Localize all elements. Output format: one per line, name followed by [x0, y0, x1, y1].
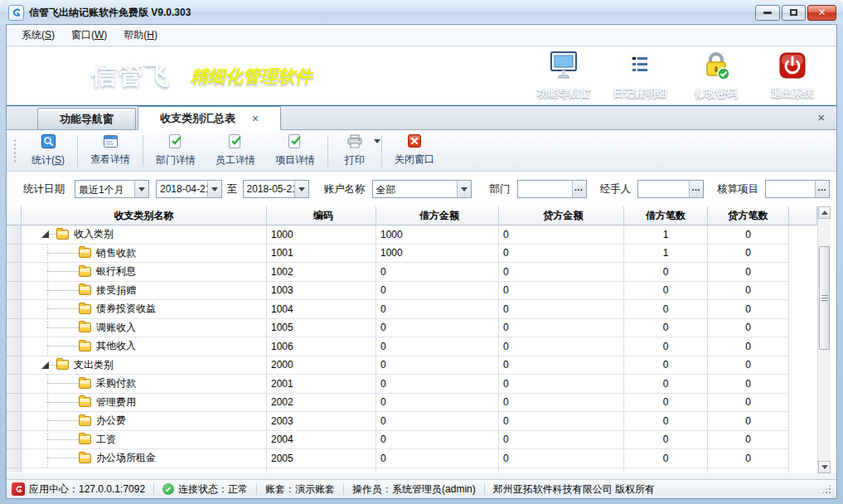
date-from-select[interactable]: 2018-04-21	[156, 180, 222, 198]
journal-detail-button[interactable]: 日记账明细	[606, 51, 674, 101]
print-icon	[347, 134, 362, 152]
ellipsis-icon[interactable]: …	[572, 181, 586, 197]
table-header-row: 收支类别名称 编码 借方金额 贷方金额 借方笔数 贷方笔数	[7, 206, 817, 225]
summary-table: 收支类别名称 编码 借方金额 贷方金额 借方笔数 贷方笔数 收入类别 1000 …	[7, 206, 831, 473]
table-row[interactable]: 调账收入 1005 0 0 0 0	[7, 319, 817, 338]
scroll-down-icon	[821, 465, 828, 469]
project-field[interactable]: …	[765, 180, 830, 198]
print-dropdown-icon[interactable]	[374, 139, 380, 143]
scroll-up-button[interactable]	[818, 206, 831, 219]
chevron-down-icon[interactable]	[457, 181, 471, 197]
operator-status: 操作员：系统管理员(admin)	[352, 482, 476, 497]
chevron-down-icon[interactable]	[294, 181, 308, 197]
table-row[interactable]: 销售收款 1001 1000 0 1 0	[7, 245, 817, 264]
power-icon	[778, 51, 807, 84]
table-row[interactable]: 管理费用 2002 0 0 0 0	[7, 394, 817, 413]
table-row[interactable]: 采购付款 2001 0 0 0 0	[7, 375, 817, 394]
tab-close-icon[interactable]: ×	[252, 113, 259, 124]
department-details-button[interactable]: 部门详情	[146, 132, 206, 170]
folder-icon	[79, 434, 91, 444]
table-row[interactable]: 办公场所租金 2005 0 0 0 0	[7, 449, 817, 468]
project-filter-label: 核算项目	[717, 182, 758, 196]
toolbar-grip[interactable]	[13, 138, 17, 163]
statusbar: 应用中心：127.0.0.1:7092 ✔ 连接状态：正常 账套：演示账套 操作…	[7, 479, 836, 498]
table-row[interactable]: 债券投资收益 1004 0 0 0 0	[7, 300, 817, 319]
column-header-credit-count[interactable]: 贷方笔数	[708, 206, 789, 225]
folder-icon	[79, 267, 91, 277]
ellipsis-icon[interactable]: …	[689, 181, 703, 197]
minimize-button[interactable]	[755, 5, 780, 21]
account-set-status: 账套：演示账套	[265, 482, 335, 497]
account-select[interactable]: 全部	[372, 180, 472, 198]
column-header-name[interactable]: 收支类别名称	[22, 206, 267, 225]
brand: 信管飞 · 精细化管理软件	[45, 57, 312, 95]
toolbar-separator	[327, 135, 328, 167]
copyright-text: 郑州亚拓软件科技有限公司 版权所有	[493, 482, 655, 497]
expand-toggle[interactable]	[41, 230, 49, 238]
view-details-icon	[104, 135, 118, 151]
expand-toggle[interactable]	[41, 361, 49, 369]
menu-system[interactable]: 系统(S)	[13, 26, 63, 45]
app-center-status: 应用中心：127.0.0.1:7092	[29, 482, 145, 497]
table-row[interactable]: 工资 2004 0 0 0 0	[7, 431, 817, 450]
column-header-filler	[789, 206, 817, 225]
ellipsis-icon[interactable]: …	[815, 181, 829, 197]
maximize-button[interactable]	[782, 5, 806, 21]
close-window-button[interactable]: 关闭窗口	[385, 132, 444, 169]
project-details-button[interactable]: 项目详情	[265, 132, 325, 170]
folder-icon	[79, 342, 91, 351]
menubar: 系统(S) 窗口(W) 帮助(H)	[7, 25, 836, 46]
connected-icon: ✔	[162, 483, 174, 495]
project-details-icon	[288, 134, 302, 152]
vertical-scrollbar[interactable]	[817, 206, 831, 473]
close-icon: ✕	[817, 7, 826, 18]
close-button[interactable]: ✕	[807, 5, 836, 21]
table-row[interactable]: 银行利息 1002 0 0 0 0	[7, 263, 817, 282]
resize-grip[interactable]	[821, 484, 831, 494]
table-row-partial	[7, 468, 817, 472]
menu-help[interactable]: 帮助(H)	[115, 26, 166, 45]
tabstrip-close-icon[interactable]: ×	[817, 111, 825, 124]
folder-icon	[79, 379, 91, 389]
journal-icon	[625, 51, 655, 84]
column-header-code[interactable]: 编码	[267, 206, 376, 225]
chevron-down-icon[interactable]	[134, 181, 148, 197]
table-row[interactable]: 其他收入 1006 0 0 0 0	[7, 337, 817, 356]
exit-system-button[interactable]: 退出系统	[758, 51, 826, 101]
table-row[interactable]: 办公费 2003 0 0 0 0	[7, 412, 817, 431]
scrollbar-thumb[interactable]	[819, 246, 830, 350]
brand-banner: 信管飞 · 精细化管理软件 功能导航窗	[7, 46, 836, 106]
chevron-down-icon[interactable]	[207, 181, 221, 197]
nav-window-button[interactable]: 功能导航窗	[530, 51, 598, 101]
column-header-debit-count[interactable]: 借方笔数	[624, 206, 708, 225]
column-header-debit[interactable]: 借方金额	[376, 206, 499, 225]
statistics-icon	[41, 134, 56, 152]
date-to-select[interactable]: 2018-05-21	[243, 180, 309, 198]
tab-category-summary[interactable]: 收支类别汇总表 ×	[138, 106, 281, 130]
brand-separator: ·	[177, 65, 184, 88]
menu-window[interactable]: 窗口(W)	[63, 26, 115, 45]
employee-details-button[interactable]: 员工详情	[206, 132, 265, 170]
handler-field[interactable]: …	[637, 180, 704, 198]
toolbar: 统计(S) 查看详情 部门详情 员工详情	[7, 130, 836, 172]
statistics-button[interactable]: 统计(S)	[22, 132, 75, 170]
tab-nav-window[interactable]: 功能导航窗	[37, 108, 136, 129]
department-field[interactable]: …	[517, 180, 587, 198]
folder-icon	[79, 248, 91, 258]
print-button[interactable]: 打印	[331, 132, 379, 170]
table-row[interactable]: 支出类别 2000 0 0 0 0	[7, 356, 817, 376]
table-row[interactable]: 接受捐赠 1003 0 0 0 0	[7, 282, 817, 301]
view-details-button[interactable]: 查看详情	[80, 133, 140, 169]
column-header-credit[interactable]: 贷方金额	[499, 206, 624, 225]
change-password-button[interactable]: 修改密码	[682, 51, 750, 101]
date-preset-select[interactable]: 最近1个月	[75, 180, 149, 198]
content-gap	[7, 473, 836, 479]
filterbar: 统计日期 最近1个月 2018-04-21 至 2018-05-21 账户名称 …	[7, 172, 836, 206]
scroll-down-button[interactable]	[818, 461, 831, 473]
folder-icon	[56, 230, 69, 240]
app-window: 信管飞出纳记账软件免费版 V9.0.303 ✕ 系统(S) 窗口(W) 帮助(H…	[0, 0, 843, 504]
folder-icon	[79, 322, 91, 332]
window-title: 信管飞出纳记账软件免费版 V9.0.303	[29, 6, 191, 20]
table-row[interactable]: 收入类别 1000 1000 0 1 0	[7, 225, 817, 245]
lock-icon	[701, 51, 731, 84]
